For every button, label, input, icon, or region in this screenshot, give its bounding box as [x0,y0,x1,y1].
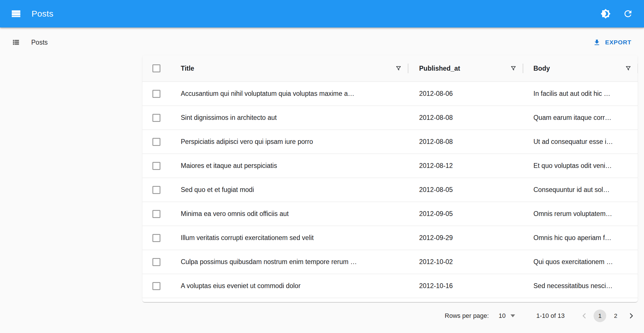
rows-per-page-select[interactable]: 10 [498,312,515,320]
filter-funnel-icon[interactable] [510,65,517,72]
cell-title: A voluptas eius eveniet ut commodi dolor [181,282,301,290]
row-checkbox[interactable] [152,186,160,194]
pagination-nav: 1 2 [578,310,638,322]
cell-body: Sed necessitatibus nesci… [533,282,612,290]
header-checkbox-cell [142,64,170,72]
row-checkbox[interactable] [152,282,160,290]
cell-body: Qui quos exercitationem … [533,258,613,265]
table-row[interactable]: Sint dignissimos in architecto aut 2012-… [142,106,638,130]
row-checkbox[interactable] [152,114,160,122]
sidebar-item-label: Posts [31,39,48,46]
chevron-down-icon [511,314,515,317]
page-button-2[interactable]: 2 [609,310,622,322]
table-row[interactable]: A voluptas eius eveniet ut commodi dolor… [142,274,638,298]
column-header-label: Published_at [419,65,510,72]
cell-title: Minima ea vero omnis odit officiis aut [181,210,289,217]
export-button[interactable]: EXPORT [591,34,634,50]
cell-body: In facilis aut aut odit hic … [533,90,610,97]
cell-published-at: 2012-08-12 [419,162,453,169]
cell-title: Accusantium qui nihil voluptatum quia vo… [181,90,354,97]
table-row[interactable]: Maiores et itaque aut perspiciatis 2012-… [142,154,638,178]
table-row[interactable]: Illum veritatis corrupti exercitationem … [142,226,638,250]
cell-published-at: 2012-08-08 [419,114,453,121]
cell-published-at: 2012-09-29 [419,234,453,241]
cell-published-at: 2012-10-16 [419,282,453,290]
row-checkbox[interactable] [152,234,160,242]
chevron-right-icon [627,312,636,320]
refresh-icon [623,9,633,19]
page-button-1[interactable]: 1 [594,310,606,322]
table-row[interactable]: Minima ea vero omnis odit officiis aut 2… [142,202,638,226]
cell-body: Quam earum itaque corr… [533,114,611,121]
column-header-title[interactable]: Title [170,55,408,82]
rows-per-page-value: 10 [498,312,505,320]
cell-published-at: 2012-09-05 [419,210,453,217]
rows-per-page-label: Rows per page: [445,312,489,320]
prev-page-button[interactable] [578,310,590,322]
cell-title: Maiores et itaque aut perspiciatis [181,162,277,169]
table-row[interactable]: Sed quo et et fugiat modi 2012-08-05 Con… [142,178,638,202]
theme-toggle-button[interactable] [596,5,615,23]
export-button-label: EXPORT [605,39,631,46]
row-checkbox[interactable] [152,210,160,218]
cell-body: Omnis hic quo aperiam f… [533,234,611,241]
cell-body: Omnis rerum voluptatem… [533,210,612,217]
cell-title: Illum veritatis corrupti exercitationem … [181,234,314,241]
cell-published-at: 2012-08-08 [419,138,453,145]
select-all-checkbox[interactable] [152,64,160,72]
hamburger-menu-icon [10,8,22,19]
cell-title: Sed quo et et fugiat modi [181,186,254,193]
cell-title: Culpa possimus quibusdam nostrum enim te… [181,258,357,265]
column-header-body[interactable]: Body [523,55,638,82]
row-checkbox[interactable] [152,258,160,266]
cell-body: Consequuntur id aut sol… [533,186,610,193]
column-header-published-at[interactable]: Published_at [408,55,523,82]
pagination-toolbar: Rows per page: 10 1-10 of 13 1 2 [445,307,638,325]
column-separator[interactable] [637,64,638,73]
column-header-label: Title [181,65,395,72]
cell-published-at: 2012-08-06 [419,90,453,97]
cell-body: Ut ad consequatur esse i… [533,138,613,145]
row-checkbox[interactable] [152,90,160,98]
sidebar-item-posts[interactable]: Posts [7,33,52,51]
refresh-button[interactable] [619,5,637,23]
app-bar: Posts [0,0,644,27]
next-page-button[interactable] [625,310,638,322]
hamburger-menu-button[interactable] [7,5,25,23]
cell-published-at: 2012-08-05 [419,186,453,193]
theme-toggle-icon [600,9,611,19]
download-icon [593,39,601,46]
cell-title: Sint dignissimos in architecto aut [181,114,277,121]
filter-funnel-icon[interactable] [395,65,402,72]
chevron-left-icon [580,312,588,320]
pagination-range-label: 1-10 of 13 [536,312,565,320]
table-row[interactable]: Accusantium qui nihil voluptatum quia vo… [142,82,638,106]
row-checkbox[interactable] [152,138,160,146]
cell-published-at: 2012-10-02 [419,258,453,265]
cell-title: Perspiciatis adipisci vero qui ipsam iur… [181,138,313,145]
page-title: Posts [32,9,54,19]
view-list-icon [11,38,20,47]
table-row[interactable]: Perspiciatis adipisci vero qui ipsam iur… [142,130,638,154]
column-header-label: Body [533,65,625,72]
table-row[interactable]: Culpa possimus quibusdam nostrum enim te… [142,250,638,274]
clipped-row-strip [142,298,638,302]
row-checkbox[interactable] [152,162,160,170]
datagrid-header-row: Title Published_at Body [142,55,638,82]
posts-datagrid-card: Title Published_at Body Accusantium qui … [142,55,638,302]
filter-funnel-icon[interactable] [625,65,631,72]
cell-body: Et quo voluptas odit veni… [533,162,612,169]
